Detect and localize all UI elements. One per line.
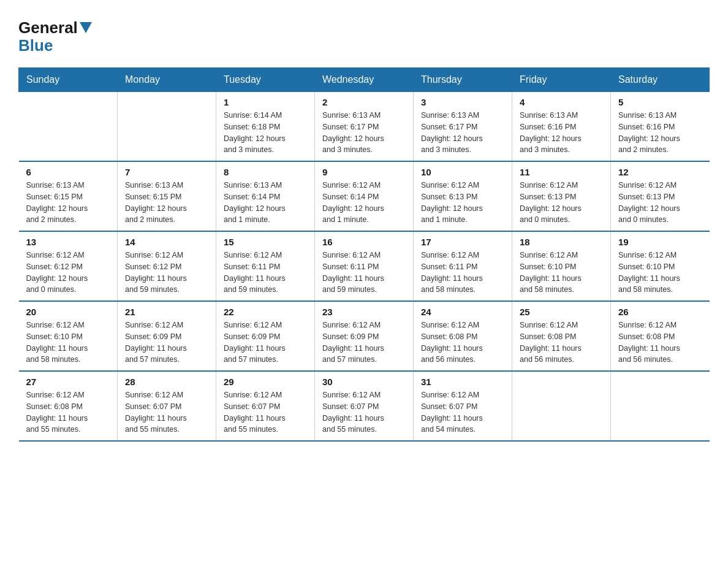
calendar-cell: 10Sunrise: 6:12 AM Sunset: 6:13 PM Dayli… xyxy=(414,161,512,231)
calendar-cell: 9Sunrise: 6:12 AM Sunset: 6:14 PM Daylig… xyxy=(315,161,414,231)
weekday-header-monday: Monday xyxy=(118,68,216,92)
calendar-cell: 6Sunrise: 6:13 AM Sunset: 6:15 PM Daylig… xyxy=(19,161,118,231)
day-info: Sunrise: 6:12 AM Sunset: 6:11 PM Dayligh… xyxy=(224,250,307,296)
day-info: Sunrise: 6:14 AM Sunset: 6:18 PM Dayligh… xyxy=(224,110,307,156)
day-number: 21 xyxy=(125,307,208,317)
day-number: 17 xyxy=(421,237,504,247)
calendar-cell: 28Sunrise: 6:12 AM Sunset: 6:07 PM Dayli… xyxy=(118,371,216,441)
calendar-table: SundayMondayTuesdayWednesdayThursdayFrid… xyxy=(18,67,710,442)
weekday-header-wednesday: Wednesday xyxy=(315,68,414,92)
calendar-cell: 7Sunrise: 6:13 AM Sunset: 6:15 PM Daylig… xyxy=(118,161,216,231)
week-row-2: 6Sunrise: 6:13 AM Sunset: 6:15 PM Daylig… xyxy=(19,161,710,231)
day-info: Sunrise: 6:13 AM Sunset: 6:16 PM Dayligh… xyxy=(618,110,702,156)
day-number: 8 xyxy=(224,167,307,177)
logo: General Blue xyxy=(18,18,92,55)
day-number: 25 xyxy=(520,307,603,317)
calendar-cell xyxy=(19,92,118,162)
calendar-cell xyxy=(611,371,710,441)
day-info: Sunrise: 6:12 AM Sunset: 6:09 PM Dayligh… xyxy=(125,320,208,366)
day-number: 19 xyxy=(618,237,702,247)
day-info: Sunrise: 6:12 AM Sunset: 6:07 PM Dayligh… xyxy=(224,389,307,435)
calendar-cell: 16Sunrise: 6:12 AM Sunset: 6:11 PM Dayli… xyxy=(315,231,414,301)
calendar-cell: 19Sunrise: 6:12 AM Sunset: 6:10 PM Dayli… xyxy=(611,231,710,301)
calendar-cell: 31Sunrise: 6:12 AM Sunset: 6:07 PM Dayli… xyxy=(414,371,512,441)
day-info: Sunrise: 6:12 AM Sunset: 6:08 PM Dayligh… xyxy=(520,320,603,366)
day-info: Sunrise: 6:12 AM Sunset: 6:13 PM Dayligh… xyxy=(520,180,603,226)
weekday-header-thursday: Thursday xyxy=(414,68,512,92)
logo-general-text: General xyxy=(18,18,78,37)
day-number: 2 xyxy=(322,97,406,107)
day-number: 11 xyxy=(520,167,603,177)
day-info: Sunrise: 6:12 AM Sunset: 6:09 PM Dayligh… xyxy=(322,320,406,366)
day-info: Sunrise: 6:12 AM Sunset: 6:09 PM Dayligh… xyxy=(224,320,307,366)
day-number: 22 xyxy=(224,307,307,317)
calendar-cell: 1Sunrise: 6:14 AM Sunset: 6:18 PM Daylig… xyxy=(216,92,315,162)
day-number: 9 xyxy=(322,167,406,177)
day-info: Sunrise: 6:12 AM Sunset: 6:08 PM Dayligh… xyxy=(618,320,702,366)
day-info: Sunrise: 6:12 AM Sunset: 6:12 PM Dayligh… xyxy=(26,250,110,296)
week-row-1: 1Sunrise: 6:14 AM Sunset: 6:18 PM Daylig… xyxy=(19,92,710,162)
day-number: 23 xyxy=(322,307,406,317)
day-info: Sunrise: 6:13 AM Sunset: 6:17 PM Dayligh… xyxy=(322,110,406,156)
calendar-cell: 12Sunrise: 6:12 AM Sunset: 6:13 PM Dayli… xyxy=(611,161,710,231)
day-number: 12 xyxy=(618,167,702,177)
day-info: Sunrise: 6:13 AM Sunset: 6:16 PM Dayligh… xyxy=(520,110,603,156)
calendar-cell: 30Sunrise: 6:12 AM Sunset: 6:07 PM Dayli… xyxy=(315,371,414,441)
day-info: Sunrise: 6:12 AM Sunset: 6:10 PM Dayligh… xyxy=(26,320,110,366)
calendar-cell: 22Sunrise: 6:12 AM Sunset: 6:09 PM Dayli… xyxy=(216,301,315,371)
day-number: 26 xyxy=(618,307,702,317)
day-info: Sunrise: 6:12 AM Sunset: 6:10 PM Dayligh… xyxy=(520,250,603,296)
calendar-cell: 3Sunrise: 6:13 AM Sunset: 6:17 PM Daylig… xyxy=(414,92,512,162)
day-info: Sunrise: 6:13 AM Sunset: 6:15 PM Dayligh… xyxy=(125,180,208,226)
day-info: Sunrise: 6:12 AM Sunset: 6:13 PM Dayligh… xyxy=(421,180,504,226)
day-number: 31 xyxy=(421,377,504,387)
day-number: 7 xyxy=(125,167,208,177)
weekday-header-tuesday: Tuesday xyxy=(216,68,315,92)
weekday-header-sunday: Sunday xyxy=(19,68,118,92)
day-number: 18 xyxy=(520,237,603,247)
day-number: 4 xyxy=(520,97,603,107)
week-row-4: 20Sunrise: 6:12 AM Sunset: 6:10 PM Dayli… xyxy=(19,301,710,371)
day-info: Sunrise: 6:13 AM Sunset: 6:14 PM Dayligh… xyxy=(224,180,307,226)
week-row-3: 13Sunrise: 6:12 AM Sunset: 6:12 PM Dayli… xyxy=(19,231,710,301)
calendar-cell: 23Sunrise: 6:12 AM Sunset: 6:09 PM Dayli… xyxy=(315,301,414,371)
calendar-cell: 21Sunrise: 6:12 AM Sunset: 6:09 PM Dayli… xyxy=(118,301,216,371)
day-number: 6 xyxy=(26,167,110,177)
calendar-cell: 15Sunrise: 6:12 AM Sunset: 6:11 PM Dayli… xyxy=(216,231,315,301)
day-number: 24 xyxy=(421,307,504,317)
day-number: 10 xyxy=(421,167,504,177)
page-header: General Blue xyxy=(18,18,710,55)
day-number: 5 xyxy=(618,97,702,107)
day-info: Sunrise: 6:12 AM Sunset: 6:14 PM Dayligh… xyxy=(322,180,406,226)
calendar-cell: 2Sunrise: 6:13 AM Sunset: 6:17 PM Daylig… xyxy=(315,92,414,162)
day-info: Sunrise: 6:13 AM Sunset: 6:15 PM Dayligh… xyxy=(26,180,110,226)
calendar-cell xyxy=(512,371,611,441)
calendar-cell: 13Sunrise: 6:12 AM Sunset: 6:12 PM Dayli… xyxy=(19,231,118,301)
weekday-header-saturday: Saturday xyxy=(611,68,710,92)
day-info: Sunrise: 6:12 AM Sunset: 6:11 PM Dayligh… xyxy=(322,250,406,296)
day-number: 3 xyxy=(421,97,504,107)
day-number: 20 xyxy=(26,307,110,317)
calendar-cell xyxy=(118,92,216,162)
day-number: 27 xyxy=(26,377,110,387)
weekday-header-friday: Friday xyxy=(512,68,611,92)
calendar-cell: 4Sunrise: 6:13 AM Sunset: 6:16 PM Daylig… xyxy=(512,92,611,162)
day-number: 15 xyxy=(224,237,307,247)
calendar-cell: 18Sunrise: 6:12 AM Sunset: 6:10 PM Dayli… xyxy=(512,231,611,301)
calendar-cell: 20Sunrise: 6:12 AM Sunset: 6:10 PM Dayli… xyxy=(19,301,118,371)
calendar-cell: 8Sunrise: 6:13 AM Sunset: 6:14 PM Daylig… xyxy=(216,161,315,231)
calendar-cell: 24Sunrise: 6:12 AM Sunset: 6:08 PM Dayli… xyxy=(414,301,512,371)
calendar-cell: 25Sunrise: 6:12 AM Sunset: 6:08 PM Dayli… xyxy=(512,301,611,371)
calendar-cell: 17Sunrise: 6:12 AM Sunset: 6:11 PM Dayli… xyxy=(414,231,512,301)
calendar-cell: 11Sunrise: 6:12 AM Sunset: 6:13 PM Dayli… xyxy=(512,161,611,231)
day-info: Sunrise: 6:13 AM Sunset: 6:17 PM Dayligh… xyxy=(421,110,504,156)
day-number: 16 xyxy=(322,237,406,247)
calendar-cell: 5Sunrise: 6:13 AM Sunset: 6:16 PM Daylig… xyxy=(611,92,710,162)
day-info: Sunrise: 6:12 AM Sunset: 6:07 PM Dayligh… xyxy=(421,389,504,435)
calendar-cell: 27Sunrise: 6:12 AM Sunset: 6:08 PM Dayli… xyxy=(19,371,118,441)
day-number: 13 xyxy=(26,237,110,247)
day-number: 1 xyxy=(224,97,307,107)
calendar-cell: 14Sunrise: 6:12 AM Sunset: 6:12 PM Dayli… xyxy=(118,231,216,301)
day-number: 29 xyxy=(224,377,307,387)
day-number: 30 xyxy=(322,377,406,387)
